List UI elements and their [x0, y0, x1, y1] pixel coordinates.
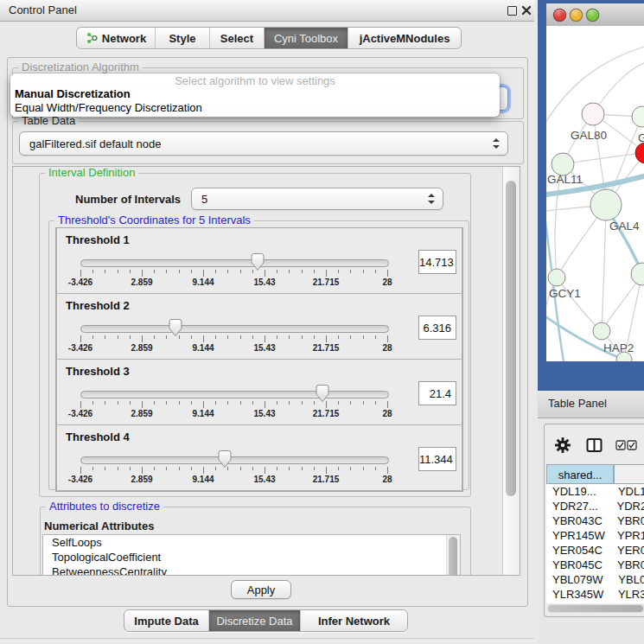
threshold-value-field[interactable]: 14.713 — [418, 250, 456, 274]
network-node-gal80[interactable] — [582, 103, 604, 125]
apply-button[interactable]: Apply — [231, 580, 291, 599]
network-node-h[interactable] — [631, 263, 644, 285]
popup-item-manual-discretization[interactable]: Manual Discretization — [15, 87, 131, 100]
scrollbar-gutter[interactable] — [502, 167, 520, 575]
hscrollbar-track[interactable] — [547, 604, 644, 613]
slider-tick — [363, 335, 364, 339]
threshold-value-field[interactable]: 6.316 — [418, 316, 456, 340]
cell-shared-name: YBR043C — [546, 513, 610, 528]
tab-discretize-data[interactable]: Discretize Data — [209, 610, 301, 631]
attribute-list-item[interactable]: BetweennessCentrality — [43, 564, 460, 576]
tab-jactivemnodules[interactable]: jActiveMNodules — [348, 28, 461, 48]
cell-name: YER0 — [610, 543, 644, 558]
list-scrollbar-thumb[interactable] — [449, 537, 457, 576]
threshold-slider-track[interactable] — [80, 259, 389, 267]
slider-tick — [375, 335, 376, 339]
cell-name: YIL0 — [614, 602, 644, 603]
threshold-slider-thumb[interactable] — [250, 252, 265, 271]
cell-shared-name: YBR045C — [546, 558, 610, 572]
slider-tick — [240, 335, 241, 339]
tab-label: Cyni Toolbox — [274, 32, 338, 45]
network-node-gcy1[interactable] — [548, 269, 565, 286]
tab-label: Style — [169, 32, 195, 45]
table-panel-title: Table Panel — [548, 397, 607, 410]
numerical-attributes-list[interactable]: SelfLoopsTopologicalCoefficientBetweenne… — [42, 534, 461, 576]
stepper-arrows-icon — [492, 138, 500, 149]
columns-icon[interactable] — [586, 437, 603, 456]
slider-tick — [302, 401, 303, 405]
table-row[interactable]: YDR27...YDR2 — [546, 499, 644, 513]
slider-tick — [375, 270, 376, 273]
checkbox-icon[interactable] — [615, 440, 638, 453]
cell-name: YBL0 — [611, 572, 644, 587]
slider-tick — [326, 335, 327, 342]
node-label: GCY1 — [549, 287, 581, 300]
slider-tick — [130, 270, 131, 273]
slider-tick — [265, 335, 265, 342]
minimize-traffic-light[interactable] — [570, 9, 583, 22]
cell-name: YDL1 — [611, 484, 644, 499]
close-traffic-light[interactable] — [553, 9, 566, 22]
float-window-icon[interactable] — [507, 5, 517, 16]
number-of-intervals-combobox[interactable]: 5 — [191, 188, 443, 210]
tab-network[interactable]: Network — [77, 28, 156, 48]
cell-name: YDR2 — [610, 499, 644, 513]
network-window-titlebar[interactable] — [546, 3, 644, 27]
slider-tick-label: 9.144 — [192, 475, 214, 484]
table-row[interactable]: YIL052CYIL0 — [546, 602, 644, 603]
table-row[interactable]: YDL19...YDL1 — [546, 484, 644, 499]
attribute-list-item[interactable]: SelfLoops — [43, 535, 460, 550]
slider-tick — [289, 335, 290, 339]
tab-label: Network — [102, 32, 146, 45]
zoom-traffic-light[interactable] — [586, 9, 599, 22]
slider-tick — [92, 335, 93, 339]
slider-tick — [265, 467, 265, 474]
table-row[interactable]: YER054CYER0 — [546, 543, 644, 558]
slider-tick — [191, 270, 192, 273]
scrollbar-thumb[interactable] — [506, 181, 516, 496]
tab-cyni-toolbox[interactable]: Cyni Toolbox — [265, 28, 348, 48]
column-header[interactable]: shared... — [546, 464, 614, 484]
slider-tick-label: 21.715 — [313, 277, 340, 287]
tab-style[interactable]: Style — [156, 28, 210, 48]
network-canvas[interactable]: GAL80GACGAL11GAL4GCY1HHAP2 — [546, 26, 644, 361]
slider-tick-label: -3.426 — [68, 475, 92, 484]
tab-infer-network[interactable]: Infer Network — [301, 610, 407, 631]
table-data-value: galFiltered.sif default node — [20, 137, 161, 150]
slider-tick-label: 15.43 — [253, 277, 275, 287]
tab-select[interactable]: Select — [210, 28, 265, 48]
list-scrollbar-track[interactable] — [446, 535, 460, 576]
slider-tick — [130, 401, 131, 405]
table-data-combobox[interactable]: galFiltered.sif default node — [19, 131, 508, 156]
network-node-gal4[interactable] — [590, 189, 622, 220]
cell-name: YPR1 — [610, 528, 644, 543]
threshold-value-field[interactable]: 11.344 — [418, 447, 456, 471]
threshold-slider-thumb[interactable] — [168, 318, 183, 337]
table-row[interactable]: YBR043CYBR0 — [546, 513, 644, 528]
threshold-slider-thumb[interactable] — [315, 384, 330, 403]
tab-impute-data[interactable]: Impute Data — [124, 610, 209, 631]
popup-item-equal-width-frequency[interactable]: Equal Width/Frequency Discretization — [15, 101, 202, 114]
network-node-hap2[interactable] — [593, 322, 610, 340]
gear-icon[interactable] — [555, 437, 571, 456]
column-header[interactable]: na — [614, 464, 644, 484]
cell-shared-name: YIL052C — [546, 602, 614, 603]
slider-tick — [314, 270, 315, 273]
threshold-value-field[interactable]: 21.4 — [418, 381, 456, 405]
cell-shared-name: YDR27... — [546, 499, 610, 513]
network-node-ga[interactable] — [632, 106, 644, 127]
threshold-slider-track[interactable] — [80, 391, 389, 399]
threshold-slider-track[interactable] — [80, 456, 389, 464]
table-row[interactable]: YPR145WYPR1 — [546, 528, 644, 543]
slider-tick — [105, 401, 105, 405]
attribute-list-item[interactable]: TopologicalCoefficient — [43, 550, 460, 564]
close-icon[interactable] — [521, 5, 532, 16]
threshold-slider-thumb[interactable] — [217, 450, 233, 469]
popup-placeholder-item[interactable]: Select algorithm to view settings — [10, 74, 500, 87]
slider-tick — [191, 335, 192, 339]
table-row[interactable]: YBR045CYBR0 — [546, 558, 644, 572]
table-row[interactable]: YLR345WYLR3 — [546, 587, 644, 602]
table-row[interactable]: YBL079WYBL0 — [546, 572, 644, 587]
threshold-slider-track[interactable] — [80, 325, 389, 333]
hscrollbar-thumb[interactable] — [548, 605, 643, 612]
